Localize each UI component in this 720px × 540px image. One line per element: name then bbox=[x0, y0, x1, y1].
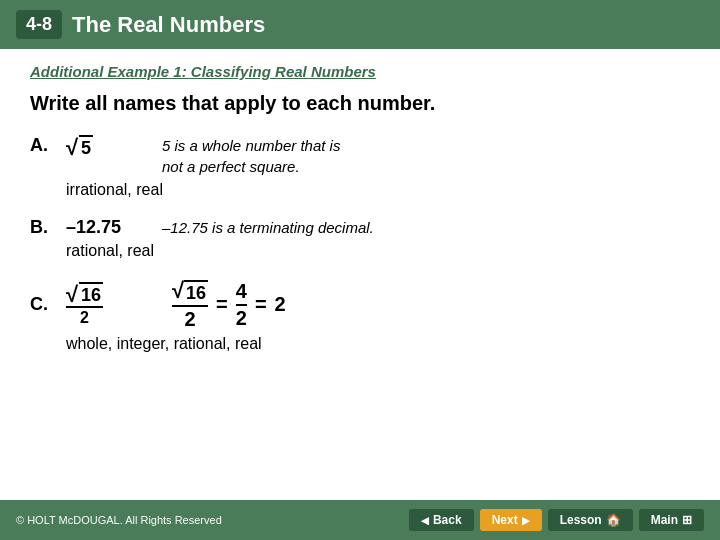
math-b: –12.75 bbox=[66, 217, 146, 238]
eq-sign-2: = bbox=[255, 293, 267, 316]
sqrt-num-c: 16 bbox=[79, 282, 103, 307]
main-icon: ⊞ bbox=[682, 513, 692, 527]
label-c: C. bbox=[30, 294, 50, 315]
back-button[interactable]: ◀ Back bbox=[409, 509, 474, 531]
label-b: B. bbox=[30, 217, 50, 238]
lesson-icon: 🏠 bbox=[606, 513, 621, 527]
result-b: rational, real bbox=[66, 242, 690, 260]
frac-bot-c: 2 bbox=[80, 308, 89, 327]
result-c: whole, integer, rational, real bbox=[66, 335, 690, 353]
sqrt-16: 16 bbox=[184, 280, 208, 304]
lesson-label: Lesson bbox=[560, 513, 602, 527]
subtitle: Additional Example 1: Classifying Real N… bbox=[30, 63, 690, 80]
math-a: √ 5 bbox=[66, 135, 146, 159]
equation-c: √ 16 2 = 4 2 = 2 bbox=[172, 278, 286, 331]
main-question: Write all names that apply to each numbe… bbox=[30, 92, 690, 115]
next-arrow-icon: ▶ bbox=[522, 515, 530, 526]
back-label: Back bbox=[433, 513, 462, 527]
copyright: © HOLT McDOUGAL. All Rights Reserved bbox=[16, 514, 222, 526]
section-b: B. –12.75 –12.75 is a terminating decima… bbox=[30, 217, 690, 260]
sqrt-symbol-a: √ bbox=[66, 137, 78, 159]
header: 4-8 The Real Numbers bbox=[0, 0, 720, 49]
math-c: √ 16 2 bbox=[66, 282, 146, 328]
next-button[interactable]: Next ▶ bbox=[480, 509, 542, 531]
sqrt-num-a: 5 bbox=[79, 135, 93, 159]
frac-4-top: 4 bbox=[236, 280, 247, 303]
section-c: C. √ 16 2 bbox=[30, 278, 690, 353]
eq-sign-1: = bbox=[216, 293, 228, 316]
big-frac-bot: 2 bbox=[184, 308, 195, 331]
explanation-b: –12.75 is a terminating decimal. bbox=[162, 217, 374, 238]
content-area: Additional Example 1: Classifying Real N… bbox=[0, 49, 720, 381]
header-title: The Real Numbers bbox=[72, 12, 265, 38]
next-label: Next bbox=[492, 513, 518, 527]
main-button[interactable]: Main ⊞ bbox=[639, 509, 704, 531]
sqrt-symbol-c: √ bbox=[66, 284, 78, 306]
footer: © HOLT McDOUGAL. All Rights Reserved ◀ B… bbox=[0, 500, 720, 540]
footer-buttons: ◀ Back Next ▶ Lesson 🏠 Main ⊞ bbox=[409, 509, 704, 531]
eq-result: 2 bbox=[275, 293, 286, 316]
label-a: A. bbox=[30, 135, 50, 156]
section-a: A. √ 5 5 is a whole number that isnot a … bbox=[30, 135, 690, 199]
main-label: Main bbox=[651, 513, 678, 527]
frac-4-bot: 2 bbox=[236, 307, 247, 330]
back-arrow-icon: ◀ bbox=[421, 515, 429, 526]
lesson-button[interactable]: Lesson 🏠 bbox=[548, 509, 633, 531]
explanation-a: 5 is a whole number that isnot a perfect… bbox=[162, 135, 340, 177]
result-a: irrational, real bbox=[66, 181, 690, 199]
header-badge: 4-8 bbox=[16, 10, 62, 39]
